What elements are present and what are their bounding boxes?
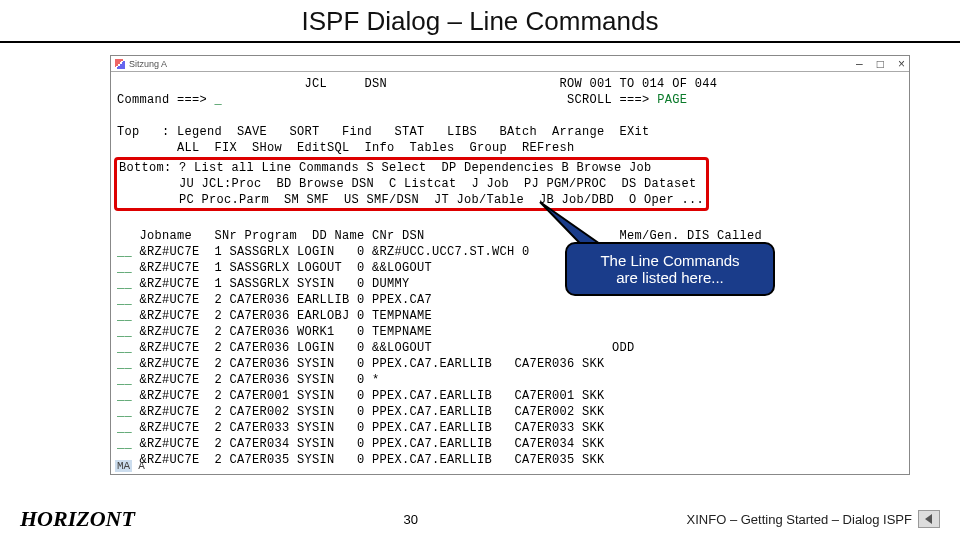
- line-cmd-field[interactable]: __: [117, 325, 132, 339]
- line-cmd-field[interactable]: __: [117, 245, 132, 259]
- line-cmd-field[interactable]: __: [117, 341, 132, 355]
- status-ma: MA: [115, 460, 132, 472]
- line-cmd-field[interactable]: __: [117, 293, 132, 307]
- minimize-button[interactable]: –: [856, 57, 863, 71]
- line-cmd-field[interactable]: __: [117, 373, 132, 387]
- line-cmd-field[interactable]: __: [117, 389, 132, 403]
- top-legend-1: Top : Legend SAVE SORT Find STAT LIBS BA…: [117, 125, 650, 139]
- hdr-row: JCL DSN ROW 001 TO 014 OF 044: [117, 77, 717, 91]
- line-cmd-field[interactable]: __: [117, 277, 132, 291]
- close-button[interactable]: ×: [898, 57, 905, 71]
- line-cmd-field[interactable]: __: [117, 421, 132, 435]
- line-commands-box: Bottom: ? List all Line Commands S Selec…: [114, 157, 709, 211]
- line-cmd-field[interactable]: __: [117, 437, 132, 451]
- callout-line2: are listed here...: [575, 269, 765, 286]
- line-cmd-field[interactable]: __: [117, 309, 132, 323]
- callout-line1: The Line Commands: [575, 252, 765, 269]
- slide-title: ISPF Dialog – Line Commands: [0, 0, 960, 41]
- data-rows: __ &RZ#UC7E 1 SASSGRLX LOGIN 0 &RZ#UCC.U…: [117, 245, 635, 467]
- line-cmd-field[interactable]: __: [117, 357, 132, 371]
- page-number: 30: [403, 512, 417, 527]
- top-legend-2: ALL FIX SHow EditSQL Info Tables Group R…: [117, 141, 575, 155]
- maximize-button[interactable]: □: [877, 57, 884, 71]
- terminal-body: JCL DSN ROW 001 TO 014 OF 044 Command ==…: [111, 72, 909, 472]
- credit-text: XINFO – Getting Started – Dialog ISPF: [687, 512, 912, 527]
- line-cmd-field[interactable]: __: [117, 405, 132, 419]
- window-titlebar: Sitzung A – □ ×: [111, 56, 909, 72]
- prev-slide-button[interactable]: [918, 510, 940, 528]
- annotation-callout: The Line Commands are listed here...: [565, 242, 775, 296]
- title-divider: [0, 41, 960, 43]
- system-icon: [115, 59, 125, 69]
- terminal-window: Sitzung A – □ × JCL DSN ROW 001 TO 014 O…: [110, 55, 910, 475]
- line-cmd-field[interactable]: __: [117, 261, 132, 275]
- terminal-status-bar: MA A: [115, 460, 145, 472]
- column-header: Jobname SNr Program DD Name CNr DSN Mem/…: [117, 229, 762, 243]
- command-line[interactable]: Command ===> _ SCROLL ===> PAGE: [117, 93, 687, 107]
- svg-marker-1: [925, 514, 932, 524]
- chevron-left-icon: [924, 514, 934, 524]
- brand-label: HORIZONT: [20, 506, 135, 532]
- window-title: Sitzung A: [129, 59, 167, 69]
- slide-footer: HORIZONT 30 XINFO – Getting Started – Di…: [0, 506, 960, 532]
- status-a: A: [138, 460, 145, 472]
